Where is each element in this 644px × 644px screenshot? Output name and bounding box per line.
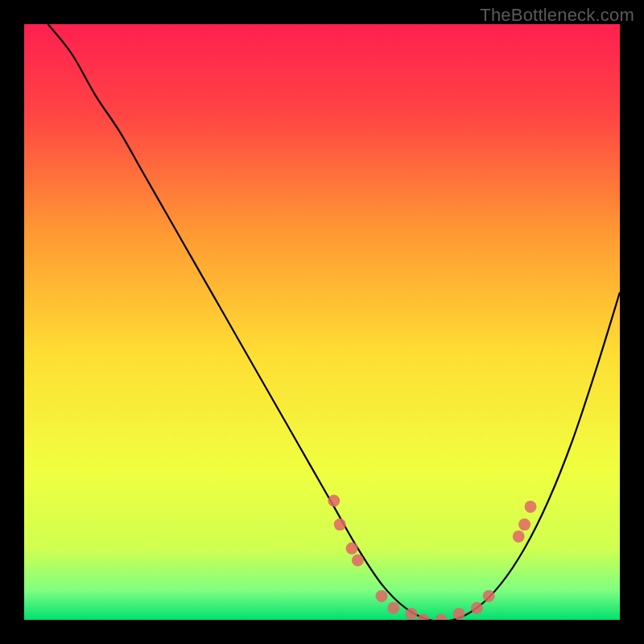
data-point	[376, 590, 388, 602]
data-point	[352, 555, 364, 567]
data-point	[471, 602, 483, 614]
data-point	[406, 608, 418, 620]
data-point	[334, 518, 346, 530]
data-point	[328, 495, 340, 507]
gradient-background	[24, 24, 620, 620]
data-point	[453, 608, 465, 620]
data-point	[513, 530, 525, 543]
data-point	[387, 602, 399, 614]
bottleneck-chart	[24, 24, 620, 620]
data-point	[518, 518, 530, 530]
data-point	[346, 543, 358, 555]
chart-container	[24, 24, 620, 620]
watermark-text: TheBottleneck.com	[480, 5, 634, 26]
data-point	[525, 501, 537, 513]
data-point	[483, 590, 495, 602]
